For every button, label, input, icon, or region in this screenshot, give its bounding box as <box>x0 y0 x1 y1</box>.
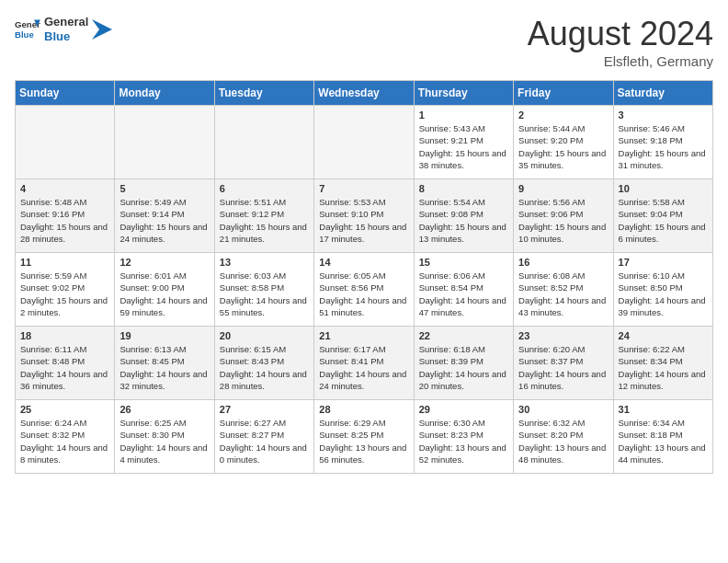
logo: General Blue General Blue <box>15 15 112 43</box>
day-cell: 30Sunrise: 6:32 AMSunset: 8:20 PMDayligh… <box>514 400 613 474</box>
calendar-week-row: 25Sunrise: 6:24 AMSunset: 8:32 PMDayligh… <box>16 400 713 474</box>
day-info: Sunrise: 6:30 AMSunset: 8:23 PMDaylight:… <box>419 417 508 465</box>
day-number: 17 <box>619 257 708 268</box>
day-number: 24 <box>619 330 708 341</box>
day-info: Sunrise: 6:17 AMSunset: 8:41 PMDaylight:… <box>319 343 408 392</box>
day-info: Sunrise: 6:10 AMSunset: 8:50 PMDaylight:… <box>619 270 708 318</box>
day-cell: 28Sunrise: 6:29 AMSunset: 8:25 PMDayligh… <box>314 400 414 474</box>
day-cell: 3Sunrise: 5:46 AMSunset: 9:18 PMDaylight… <box>613 106 712 179</box>
day-cell: 4Sunrise: 5:48 AMSunset: 9:16 PMDaylight… <box>16 179 115 253</box>
day-header-monday: Monday <box>115 81 214 106</box>
day-cell: 2Sunrise: 5:44 AMSunset: 9:20 PMDaylight… <box>514 106 613 179</box>
calendar-week-row: 4Sunrise: 5:48 AMSunset: 9:16 PMDaylight… <box>16 179 713 253</box>
day-info: Sunrise: 6:34 AMSunset: 8:18 PMDaylight:… <box>619 417 708 465</box>
day-number: 5 <box>119 183 209 194</box>
logo-blue: Blue <box>44 29 88 44</box>
day-number: 15 <box>419 257 508 268</box>
day-number: 16 <box>518 257 608 268</box>
day-number: 18 <box>20 330 109 341</box>
day-cell: 31Sunrise: 6:34 AMSunset: 8:18 PMDayligh… <box>613 400 712 474</box>
day-info: Sunrise: 5:54 AMSunset: 9:08 PMDaylight:… <box>419 196 508 245</box>
day-cell: 25Sunrise: 6:24 AMSunset: 8:32 PMDayligh… <box>16 400 115 474</box>
day-cell: 26Sunrise: 6:25 AMSunset: 8:30 PMDayligh… <box>115 400 214 474</box>
svg-marker-3 <box>92 19 112 40</box>
day-info: Sunrise: 6:06 AMSunset: 8:54 PMDaylight:… <box>419 270 508 318</box>
day-cell: 22Sunrise: 6:18 AMSunset: 8:39 PMDayligh… <box>414 327 513 400</box>
day-cell: 24Sunrise: 6:22 AMSunset: 8:34 PMDayligh… <box>613 327 712 400</box>
svg-text:Blue: Blue <box>15 29 34 39</box>
day-info: Sunrise: 5:46 AMSunset: 9:18 PMDaylight:… <box>619 122 708 171</box>
day-header-thursday: Thursday <box>414 81 513 106</box>
day-number: 11 <box>20 257 109 268</box>
day-number: 2 <box>518 109 608 121</box>
day-info: Sunrise: 6:27 AMSunset: 8:27 PMDaylight:… <box>220 417 309 465</box>
empty-cell <box>16 106 115 179</box>
day-info: Sunrise: 6:05 AMSunset: 8:56 PMDaylight:… <box>319 270 408 318</box>
day-cell: 19Sunrise: 6:13 AMSunset: 8:45 PMDayligh… <box>115 327 214 400</box>
calendar-header-row: SundayMondayTuesdayWednesdayThursdayFrid… <box>16 81 713 106</box>
day-cell: 8Sunrise: 5:54 AMSunset: 9:08 PMDaylight… <box>414 179 513 253</box>
day-info: Sunrise: 6:01 AMSunset: 9:00 PMDaylight:… <box>119 270 209 318</box>
calendar-week-row: 11Sunrise: 5:59 AMSunset: 9:02 PMDayligh… <box>16 253 713 327</box>
day-info: Sunrise: 5:48 AMSunset: 9:16 PMDaylight:… <box>20 196 109 245</box>
day-cell: 13Sunrise: 6:03 AMSunset: 8:58 PMDayligh… <box>214 253 313 327</box>
day-number: 31 <box>619 404 708 415</box>
day-cell: 7Sunrise: 5:53 AMSunset: 9:10 PMDaylight… <box>314 179 414 253</box>
day-number: 14 <box>319 257 408 268</box>
month-year-title: August 2024 <box>528 15 713 53</box>
day-info: Sunrise: 5:43 AMSunset: 9:21 PMDaylight:… <box>419 122 508 171</box>
logo-arrow-icon <box>92 19 112 40</box>
day-cell: 12Sunrise: 6:01 AMSunset: 9:00 PMDayligh… <box>115 253 214 327</box>
day-header-wednesday: Wednesday <box>314 81 414 106</box>
day-number: 4 <box>20 183 109 194</box>
logo-icon: General Blue <box>15 17 40 42</box>
day-cell: 20Sunrise: 6:15 AMSunset: 8:43 PMDayligh… <box>214 327 313 400</box>
day-number: 13 <box>220 257 309 268</box>
day-cell: 21Sunrise: 6:17 AMSunset: 8:41 PMDayligh… <box>314 327 414 400</box>
day-number: 3 <box>619 109 708 121</box>
day-info: Sunrise: 6:15 AMSunset: 8:43 PMDaylight:… <box>220 343 309 392</box>
day-info: Sunrise: 6:08 AMSunset: 8:52 PMDaylight:… <box>518 270 608 318</box>
day-info: Sunrise: 6:29 AMSunset: 8:25 PMDaylight:… <box>319 417 408 465</box>
day-cell: 23Sunrise: 6:20 AMSunset: 8:37 PMDayligh… <box>514 327 613 400</box>
day-cell: 14Sunrise: 6:05 AMSunset: 8:56 PMDayligh… <box>314 253 414 327</box>
day-number: 19 <box>119 330 209 341</box>
day-cell: 9Sunrise: 5:56 AMSunset: 9:06 PMDaylight… <box>514 179 613 253</box>
logo-general: General <box>44 15 88 29</box>
day-number: 21 <box>319 330 408 341</box>
day-info: Sunrise: 6:20 AMSunset: 8:37 PMDaylight:… <box>518 343 608 392</box>
day-number: 1 <box>419 109 508 121</box>
day-info: Sunrise: 5:58 AMSunset: 9:04 PMDaylight:… <box>619 196 708 245</box>
day-cell: 18Sunrise: 6:11 AMSunset: 8:48 PMDayligh… <box>16 327 115 400</box>
day-cell: 27Sunrise: 6:27 AMSunset: 8:27 PMDayligh… <box>214 400 313 474</box>
day-number: 25 <box>20 404 109 415</box>
day-info: Sunrise: 5:49 AMSunset: 9:14 PMDaylight:… <box>119 196 209 245</box>
day-number: 26 <box>119 404 209 415</box>
day-header-tuesday: Tuesday <box>214 81 313 106</box>
day-info: Sunrise: 5:56 AMSunset: 9:06 PMDaylight:… <box>518 196 608 245</box>
day-cell: 6Sunrise: 5:51 AMSunset: 9:12 PMDaylight… <box>214 179 313 253</box>
day-number: 9 <box>518 183 608 194</box>
location-subtitle: Elsfleth, Germany <box>528 53 713 69</box>
day-number: 28 <box>319 404 408 415</box>
day-number: 12 <box>119 257 209 268</box>
calendar-week-row: 1Sunrise: 5:43 AMSunset: 9:21 PMDaylight… <box>16 106 713 179</box>
day-cell: 10Sunrise: 5:58 AMSunset: 9:04 PMDayligh… <box>613 179 712 253</box>
day-number: 8 <box>419 183 508 194</box>
day-number: 22 <box>419 330 508 341</box>
day-number: 6 <box>220 183 309 194</box>
day-cell: 29Sunrise: 6:30 AMSunset: 8:23 PMDayligh… <box>414 400 513 474</box>
day-info: Sunrise: 6:03 AMSunset: 8:58 PMDaylight:… <box>220 270 309 318</box>
day-number: 10 <box>619 183 708 194</box>
day-info: Sunrise: 5:53 AMSunset: 9:10 PMDaylight:… <box>319 196 408 245</box>
day-cell: 11Sunrise: 5:59 AMSunset: 9:02 PMDayligh… <box>16 253 115 327</box>
calendar-week-row: 18Sunrise: 6:11 AMSunset: 8:48 PMDayligh… <box>16 327 713 400</box>
day-info: Sunrise: 6:32 AMSunset: 8:20 PMDaylight:… <box>518 417 608 465</box>
calendar-table: SundayMondayTuesdayWednesdayThursdayFrid… <box>15 80 713 474</box>
day-cell: 1Sunrise: 5:43 AMSunset: 9:21 PMDaylight… <box>414 106 513 179</box>
page-header: General Blue General Blue August 2024 El… <box>15 15 713 69</box>
day-header-saturday: Saturday <box>613 81 712 106</box>
day-cell: 16Sunrise: 6:08 AMSunset: 8:52 PMDayligh… <box>514 253 613 327</box>
day-info: Sunrise: 6:22 AMSunset: 8:34 PMDaylight:… <box>619 343 708 392</box>
day-info: Sunrise: 5:44 AMSunset: 9:20 PMDaylight:… <box>518 122 608 171</box>
